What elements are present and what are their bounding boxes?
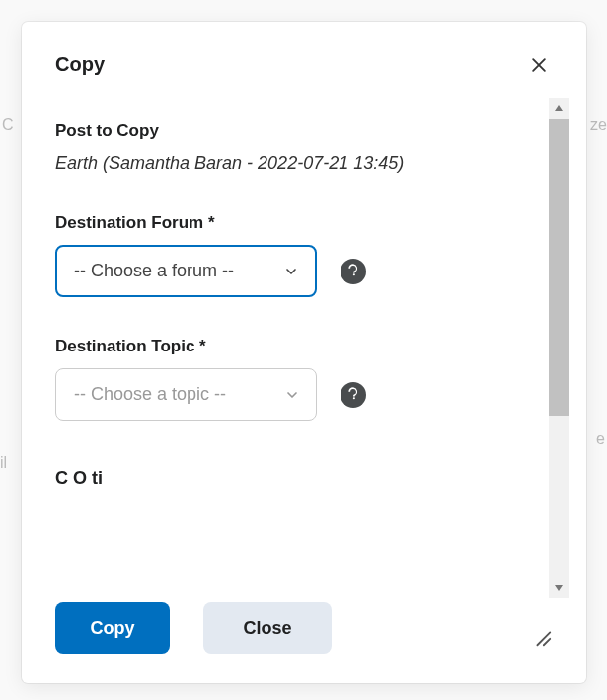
svg-line-6 — [537, 632, 550, 645]
scroll-down-button[interactable] — [549, 579, 569, 598]
post-to-copy-value: Earth (Samantha Baran - 2022-07-21 13:45… — [55, 153, 527, 174]
scrollbar[interactable] — [549, 98, 569, 598]
svg-line-7 — [544, 639, 550, 645]
cancel-button[interactable]: Close — [203, 602, 332, 654]
copy-dialog: Copy Post to Copy Earth (Samantha Baran … — [22, 22, 586, 683]
footer-button-group: Copy Close — [55, 602, 332, 654]
question-mark-icon — [346, 386, 360, 404]
destination-topic-select[interactable]: -- Choose a topic -- — [55, 368, 317, 421]
svg-marker-5 — [555, 585, 563, 591]
background-text: C — [2, 117, 14, 134]
dialog-header: Copy — [22, 22, 586, 92]
dialog-content: Post to Copy Earth (Samantha Baran - 202… — [55, 92, 586, 598]
triangle-up-icon — [554, 99, 564, 117]
triangle-down-icon — [554, 580, 564, 597]
cutoff-section-heading: C O ti — [55, 468, 527, 486]
destination-topic-help-button[interactable] — [341, 382, 366, 408]
post-to-copy-label: Post to Copy — [55, 121, 527, 141]
destination-forum-help-button[interactable] — [341, 259, 366, 284]
destination-topic-selected-value: -- Choose a topic -- — [74, 384, 226, 405]
scrollbar-thumb[interactable] — [549, 119, 569, 416]
dialog-footer: Copy Close — [22, 598, 586, 683]
background-text: ze — [590, 117, 607, 134]
scroll-up-button[interactable] — [549, 98, 569, 117]
background-text: e — [596, 430, 605, 448]
destination-forum-select[interactable]: -- Choose a forum -- — [55, 245, 317, 297]
destination-forum-label: Destination Forum * — [55, 213, 527, 233]
chevron-down-icon — [283, 264, 299, 279]
post-to-copy-section: Post to Copy Earth (Samantha Baran - 202… — [55, 121, 527, 174]
destination-topic-section: Destination Topic * -- Choose a topic -- — [55, 337, 527, 421]
resize-grip-icon — [531, 626, 553, 652]
background-text: il — [0, 454, 7, 472]
dialog-title: Copy — [55, 53, 105, 76]
question-mark-icon — [346, 263, 360, 280]
svg-marker-4 — [555, 105, 563, 111]
chevron-down-icon — [284, 387, 300, 403]
close-icon — [529, 55, 549, 78]
copy-button[interactable]: Copy — [55, 602, 170, 654]
destination-topic-label: Destination Topic * — [55, 337, 527, 356]
close-dialog-button[interactable] — [525, 51, 553, 82]
svg-point-2 — [353, 273, 355, 275]
dialog-resize-handle[interactable] — [531, 626, 553, 654]
dialog-body: Post to Copy Earth (Samantha Baran - 202… — [22, 92, 586, 598]
svg-point-3 — [353, 397, 355, 399]
destination-forum-section: Destination Forum * -- Choose a forum -- — [55, 213, 527, 297]
destination-forum-selected-value: -- Choose a forum -- — [74, 261, 234, 281]
